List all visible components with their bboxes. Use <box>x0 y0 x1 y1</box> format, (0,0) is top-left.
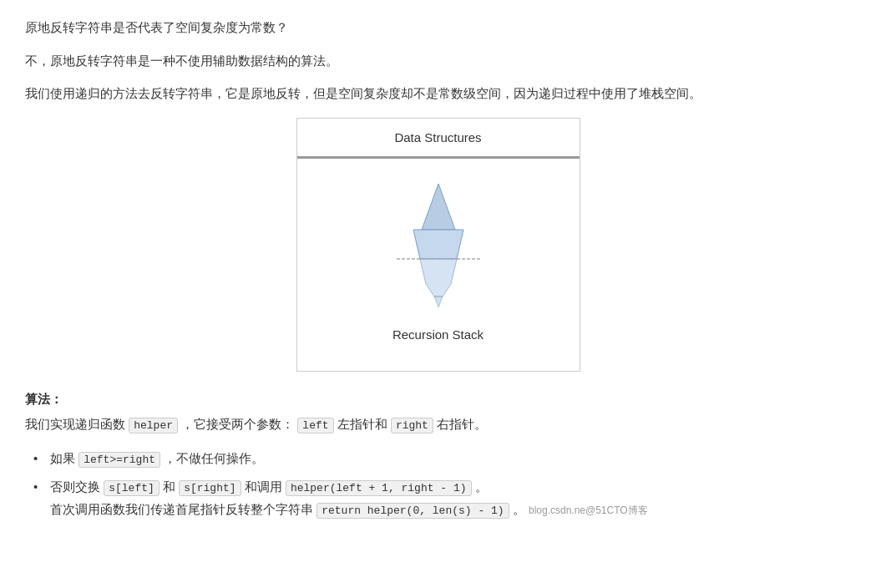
svg-marker-1 <box>413 230 463 259</box>
diagram-title: Data Structures <box>297 119 580 160</box>
diagram-body: Recursion Stack <box>297 159 580 371</box>
svg-marker-0 <box>422 184 455 230</box>
bullet2-code4: return helper(0, len(s) - 1) <box>316 503 509 519</box>
bullet1-pre: 如果 <box>50 451 75 465</box>
answer1-paragraph: 不，原地反转字符串是一种不使用辅助数据结构的算法。 <box>25 50 851 72</box>
param-right-desc: 右指针。 <box>437 417 487 431</box>
iceberg-graphic <box>388 175 489 309</box>
bullet2-mid2: 和调用 <box>245 479 286 494</box>
answer2-text: 我们使用递归的方法去反转字符串，它是原地反转，但是空间复杂度却不是常数级空间，因… <box>25 86 701 100</box>
algo-section: 算法： 我们实现递归函数 helper ，它接受两个参数： left 左指针和 … <box>25 388 851 521</box>
algo-intro: 我们实现递归函数 helper ，它接受两个参数： left 左指针和 righ… <box>25 413 851 435</box>
diagram-label: Recursion Stack <box>392 324 484 346</box>
question-text: 原地反转字符串是否代表了空间复杂度为常数？ <box>25 20 288 34</box>
answer2-paragraph: 我们使用递归的方法去反转字符串，它是原地反转，但是空间复杂度却不是常数级空间，因… <box>25 83 851 104</box>
algo-intro-mid: ，它接受两个参数： <box>181 417 294 431</box>
bullet2-line2-pre: 首次调用函数我们传递首尾指针反转整个字符串 <box>50 502 316 516</box>
bullet2-post2: 。 <box>513 502 525 516</box>
param-left-desc: 左指针和 <box>337 417 387 431</box>
param-right-code: right <box>391 418 433 433</box>
bullet2-mid1: 和 <box>163 479 179 494</box>
bullet2-pre: 否则交换 <box>50 479 100 494</box>
diagram-container: Data Structures Recursion Stack <box>296 118 580 372</box>
param-left-code: left <box>297 418 333 433</box>
bullet2-code1: s[left] <box>104 480 160 496</box>
func-name-code: helper <box>129 418 178 433</box>
bullet1-post: ，不做任何操作。 <box>164 451 264 465</box>
watermark-text: blog.csdn.ne <box>529 504 585 516</box>
bullet-item-1: 如果 left>=right ，不做任何操作。 <box>33 447 851 469</box>
svg-marker-3 <box>420 259 457 297</box>
answer1-text: 不，原地反转字符串是一种不使用辅助数据结构的算法。 <box>25 53 338 68</box>
bullet-list: 如果 left>=right ，不做任何操作。 否则交换 s[left] 和 s… <box>33 447 851 520</box>
svg-marker-4 <box>434 297 443 307</box>
iceberg-svg <box>388 175 489 309</box>
bullet2-post: 。 <box>475 479 488 494</box>
question-paragraph: 原地反转字符串是否代表了空间复杂度为常数？ <box>25 17 851 38</box>
bullet2-code3: helper(left + 1, right - 1) <box>286 480 472 496</box>
bullet2-code2: s[right] <box>179 480 241 496</box>
algo-intro-pre: 我们实现递归函数 <box>25 417 125 431</box>
algo-heading: 算法： <box>25 388 851 410</box>
bullet1-code: left>=right <box>78 452 160 468</box>
bullet-item-2: 否则交换 s[left] 和 s[right] 和调用 helper(left … <box>33 475 851 521</box>
watermark-suffix: @51CTO博客 <box>585 504 648 516</box>
